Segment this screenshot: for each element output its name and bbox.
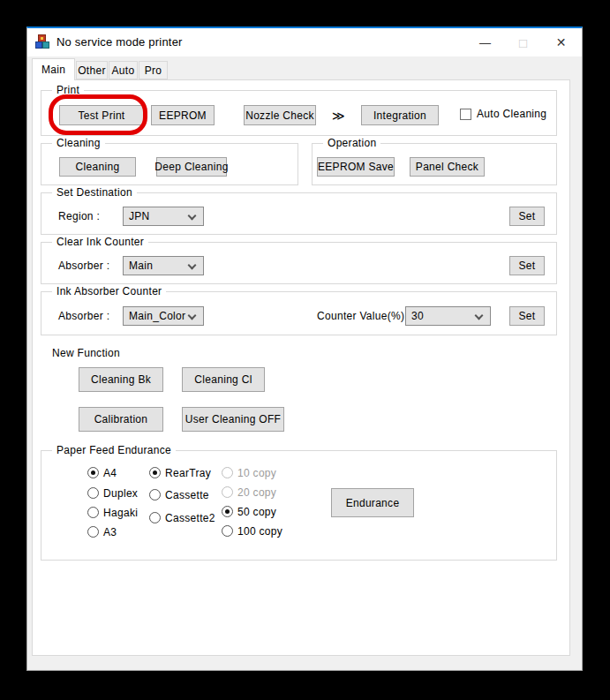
radio-label: Duplex [103, 487, 138, 500]
radio-circle [87, 526, 99, 538]
tab-main[interactable]: Main [32, 58, 75, 80]
region-select[interactable]: JPN [123, 207, 204, 226]
panel-check-button[interactable]: Panel Check [410, 157, 485, 177]
eeprom-button[interactable]: EEPROM [151, 105, 215, 125]
radio-label: 50 copy [237, 506, 276, 518]
tab-pro[interactable]: Pro [139, 61, 168, 79]
radio-hagaki[interactable]: Hagaki [87, 506, 138, 519]
radio-a3[interactable]: A3 [87, 525, 117, 538]
cleaning-button[interactable]: Cleaning [59, 157, 136, 177]
close-button[interactable]: ✕ [542, 29, 580, 56]
radio-label: A4 [103, 467, 117, 479]
clear-ink-set-button[interactable]: Set [509, 256, 545, 275]
absorber-select[interactable]: Main_Color [123, 306, 204, 326]
radio-cassette[interactable]: Cassette [149, 488, 209, 501]
chevron-down-icon [188, 212, 197, 221]
radio-circle [149, 489, 161, 501]
radio-label: RearTray [165, 467, 211, 479]
region-label: Region : [58, 210, 100, 222]
integration-button[interactable]: Integration [361, 105, 439, 125]
chevron-down-icon [188, 312, 197, 320]
window-controls: — □ ✕ [466, 29, 580, 56]
screenshot-canvas: { "window": { "title": "No service mode … [0, 0, 610, 700]
new-function-label: New Function [52, 347, 120, 359]
radio-circle [222, 467, 233, 478]
radio-label: A3 [103, 526, 117, 538]
titlebar: No service mode printer — □ ✕ [27, 28, 582, 56]
radio-label: 20 copy [237, 486, 276, 499]
radio-duplex[interactable]: Duplex [87, 486, 138, 500]
clear-ink-counter-group: Clear Ink Counter [41, 242, 557, 284]
clear-ink-counter-group-label: Clear Ink Counter [52, 236, 148, 248]
ink-absorber-set-button[interactable]: Set [509, 306, 545, 326]
set-destination-group: Set Destination [41, 192, 557, 235]
auto-cleaning-checkbox[interactable] [460, 109, 471, 120]
radio-cassette2[interactable]: Cassette2 [149, 511, 215, 524]
auto-cleaning-checkbox-row[interactable]: Auto Cleaning [460, 108, 546, 120]
radio-100-copy[interactable]: 100 copy [222, 524, 282, 538]
radio-label: Cassette2 [165, 512, 215, 524]
icon-block-blue [35, 41, 42, 49]
radio-reartray[interactable]: RearTray [149, 466, 211, 479]
eeprom-save-button[interactable]: EEPROM Save [317, 157, 395, 177]
region-selected-value: JPN [129, 210, 150, 222]
set-destination-group-label: Set Destination [52, 186, 137, 199]
radio-50-copy[interactable]: 50 copy [222, 505, 276, 518]
minimize-icon: — [479, 36, 491, 49]
cleaning-cl-button[interactable]: Cleaning Cl [182, 367, 265, 392]
cleaning-bk-button[interactable]: Cleaning Bk [79, 367, 163, 392]
window-title: No service mode printer [56, 35, 183, 49]
radio-label: 10 copy [237, 467, 276, 479]
paper-feed-endurance-group-label: Paper Feed Endurance [52, 444, 176, 456]
endurance-button[interactable]: Endurance [331, 488, 414, 517]
calibration-button[interactable]: Calibration [79, 407, 163, 432]
ink-absorber-counter-group-label: Ink Absorber Counter [52, 285, 166, 297]
deep-cleaning-button[interactable]: Deep Cleaning [156, 157, 227, 177]
close-icon: ✕ [556, 35, 567, 49]
chevron-down-icon [188, 261, 197, 270]
cleaning-group-label: Cleaning [52, 137, 105, 149]
radio-a4[interactable]: A4 [87, 466, 117, 479]
absorber-selected-value: Main_Color [129, 310, 185, 322]
nozzle-check-button[interactable]: Nozzle Check [244, 105, 316, 125]
red-highlight-annotation [49, 94, 147, 135]
auto-cleaning-label: Auto Cleaning [477, 108, 546, 120]
chevron-down-icon [475, 312, 484, 320]
clear-absorber-selected-value: Main [129, 260, 153, 272]
tab-auto[interactable]: Auto [109, 61, 138, 79]
radio-label: 100 copy [237, 525, 282, 538]
maximize-button[interactable]: □ [504, 29, 542, 56]
radio-circle [87, 487, 99, 499]
tab-other[interactable]: Other [76, 61, 108, 79]
icon-block-teal [42, 41, 49, 49]
radio-circle [222, 525, 233, 537]
user-cleaning-off-button[interactable]: User Cleaning OFF [182, 407, 284, 432]
radio-label: Cassette [165, 489, 209, 501]
radio-20-copy: 20 copy [222, 485, 276, 499]
clear-absorber-label: Absorber : [58, 260, 109, 272]
counter-value-label: Counter Value(%) : [317, 310, 411, 322]
absorber-label: Absorber : [58, 310, 109, 322]
app-blocks-icon [35, 34, 50, 49]
radio-10-copy: 10 copy [222, 466, 276, 479]
set-destination-set-button[interactable]: Set [509, 207, 545, 226]
radio-circle [87, 467, 99, 478]
radio-circle [222, 506, 233, 517]
radio-label: Hagaki [103, 507, 138, 519]
counter-value-selected: 30 [411, 310, 424, 322]
radio-circle [222, 486, 233, 498]
clear-absorber-select[interactable]: Main [123, 256, 204, 275]
radio-circle [149, 467, 161, 478]
counter-value-select[interactable]: 30 [405, 306, 491, 326]
double-chevron-icon: ≫ [332, 109, 346, 123]
minimize-button[interactable]: — [466, 29, 504, 56]
operation-group-label: Operation [323, 137, 380, 149]
maximize-icon: □ [519, 35, 527, 50]
radio-circle [149, 512, 161, 523]
service-tool-window: No service mode printer — □ ✕ Main Other… [26, 26, 583, 671]
radio-circle [87, 507, 99, 518]
